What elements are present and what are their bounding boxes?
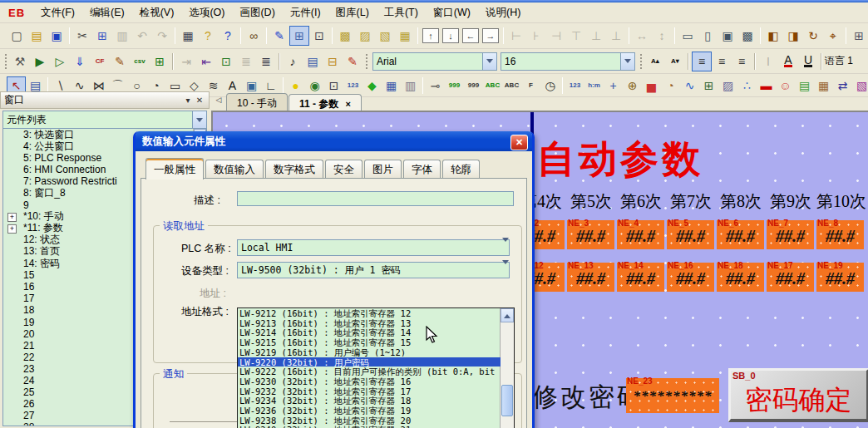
dialog-close-button[interactable]: ✕ (510, 135, 528, 150)
list-item[interactable]: LW-9212 (16bit) : 地址索引寄存器 12 (238, 308, 501, 318)
font-family-combo[interactable]: Arial (372, 52, 497, 71)
font-size-dropdown-button[interactable] (620, 53, 634, 70)
list-item[interactable]: LW-9240 (32bit) : 地址索引寄存器 21 (238, 425, 501, 428)
password-input-element[interactable]: NE_23 ********** (626, 378, 719, 413)
list-item[interactable]: LW-9220 (32bit) : 用户密码 (238, 357, 501, 367)
dialog-tab-1[interactable]: 一般属性 (145, 158, 204, 180)
text-align-center-icon[interactable]: ≡ (712, 52, 732, 71)
nudge-up-icon[interactable]: ↑ (422, 28, 439, 43)
new-file-icon[interactable]: ▢ (7, 26, 27, 46)
send-backward-icon[interactable]: ▦ (395, 26, 415, 46)
bring-to-front-icon[interactable]: ▩ (335, 26, 355, 46)
window-settings-icon[interactable]: ▤ (303, 52, 323, 71)
open-file-icon[interactable]: ▤ (27, 26, 47, 46)
print-icon[interactable]: ▦ (178, 26, 198, 46)
description-input[interactable] (237, 191, 514, 206)
compile-icon[interactable]: ⚒ (10, 52, 30, 71)
list-item[interactable]: LW-9213 (16bit) : 地址索引寄存器 13 (238, 318, 501, 328)
list-item[interactable]: LW-9238 (32bit) : 地址索引寄存器 20 (238, 416, 501, 426)
resize-both-icon[interactable]: ▣ (718, 26, 737, 46)
cut-icon[interactable]: ✂ (72, 26, 92, 46)
panel-close-button[interactable]: ✕ (194, 96, 205, 105)
expand-icon[interactable]: + (7, 224, 17, 234)
underline-icon[interactable]: U (798, 52, 818, 71)
language-combo[interactable]: 语言 1 (825, 54, 853, 68)
list-item[interactable]: LW-9232 (32bit) : 地址索引寄存器 17 (238, 386, 501, 396)
panel-menu-button[interactable]: ▾ (182, 96, 194, 105)
dialog-title-bar[interactable]: 数值输入元件属性 (136, 131, 532, 151)
list-scrollbar[interactable] (500, 308, 514, 428)
menu-item-help[interactable]: 说明(H) (478, 4, 528, 21)
list-item[interactable]: LW-9222 (16bit) : 目前用户可操作的类别 (bit 0:A, b… (238, 367, 501, 376)
menu-item-edit[interactable]: 编辑(E) (82, 4, 132, 21)
numeric-element[interactable]: NE_19##.# (816, 263, 864, 292)
document-tab-2[interactable]: 11 - 参数× (289, 94, 362, 111)
download-icon[interactable]: ⇓ (70, 52, 90, 71)
macro-icon[interactable]: ✎ (343, 52, 362, 71)
import-library-icon[interactable]: ⇤ (196, 52, 216, 71)
pen-icon[interactable]: ✎ (269, 26, 289, 46)
numeric-element[interactable]: NE_7##.# (767, 220, 814, 249)
menu-item-window[interactable]: 窗口(W) (426, 4, 478, 21)
font-size-combo[interactable]: 16 (501, 52, 635, 71)
numeric-element[interactable]: NE_14##.# (617, 263, 664, 292)
menu-item-view[interactable]: 检视(V) (132, 4, 182, 21)
copy-icon[interactable]: ⊞ (92, 26, 112, 46)
csv-export-icon[interactable]: csv (130, 52, 150, 71)
password-confirm-button[interactable]: SB_0 密码确定 (728, 368, 868, 422)
cf-card-icon[interactable]: CF (90, 52, 110, 71)
save-file-icon[interactable]: ▣ (47, 26, 67, 46)
online-simulation-icon[interactable]: ▶ (30, 52, 50, 71)
menu-item-tools[interactable]: 工具(T) (377, 4, 426, 21)
menu-item-file[interactable]: 文件(F) (33, 4, 82, 21)
menu-item-option[interactable]: 选项(O) (181, 4, 232, 21)
list-scrollbar-up-button[interactable] (501, 308, 514, 322)
plc-name-dropdown-button[interactable] (502, 242, 509, 253)
numeric-element[interactable]: NE_3##.# (567, 220, 614, 249)
element-list-dropdown-button[interactable] (192, 111, 206, 128)
numeric-element[interactable]: NE_5##.# (667, 220, 714, 249)
list-item[interactable]: LW-9236 (32bit) : 地址索引寄存器 19 (238, 406, 501, 416)
menu-item-library[interactable]: 图库(L) (328, 4, 377, 21)
nudge-down-icon[interactable]: ↓ (442, 28, 459, 43)
numeric-element[interactable]: NE_17##.# (767, 263, 814, 292)
text-align-right-icon[interactable]: ≡ (732, 52, 752, 71)
nudge-left-icon[interactable]: ← (462, 28, 479, 43)
find-icon[interactable]: ∞ (244, 26, 264, 46)
numeric-element[interactable]: NE_18##.# (717, 263, 764, 292)
window-copy-icon[interactable]: ⊡ (216, 52, 236, 71)
tab-scroll-left-button[interactable]: ◁ (213, 96, 224, 109)
address-tags-icon[interactable]: ⊟ (323, 52, 343, 71)
data-table-icon[interactable]: ⊞ (150, 52, 170, 71)
flip-horizontal-icon[interactable]: ◧ (763, 26, 783, 46)
numeric-element[interactable]: NE_4##.# (617, 220, 664, 249)
snap-to-grid-icon[interactable]: ⊡ (309, 26, 329, 46)
numeric-element[interactable]: NE_16##.# (667, 263, 714, 292)
bring-forward-icon[interactable]: ▧ (375, 26, 395, 46)
list-item[interactable]: LW-9214 (16bit) : 地址索引寄存器 14 (238, 327, 501, 337)
device-type-combo[interactable]: LW-9500 (32bit) : 用户 1 密码 (237, 262, 510, 278)
font-family-dropdown-button[interactable] (482, 53, 496, 70)
rotate-icon[interactable]: ↻ (803, 26, 823, 46)
flip-vertical-icon[interactable]: ◨ (783, 26, 803, 46)
sound-icon[interactable]: ♪ (283, 52, 303, 71)
menu-item-objects[interactable]: 元件(I) (283, 4, 328, 21)
tab-close-icon[interactable]: × (345, 99, 350, 109)
grid-icon[interactable]: ⊞ (289, 26, 309, 46)
numeric-element[interactable]: NE_6##.# (717, 220, 764, 249)
help-icon[interactable]: ? (198, 26, 218, 46)
resize-height-icon[interactable]: ▯ (698, 26, 718, 46)
list-scrollbar-thumb[interactable] (501, 385, 513, 416)
context-help-icon[interactable]: ? (218, 26, 238, 46)
element-list-combo[interactable]: 元件列表 (2, 111, 207, 129)
list-item[interactable]: LW-9219 (16bit) : 用户编号 (1~12) (238, 347, 501, 357)
font-larger-icon[interactable]: A▴ (645, 52, 665, 71)
send-to-back-icon[interactable]: ▨ (355, 26, 375, 46)
numeric-element[interactable]: NE_13##.# (567, 263, 614, 292)
list-item[interactable]: LW-9215 (16bit) : 地址索引寄存器 15 (238, 337, 501, 347)
numeric-element[interactable]: NE_8##.# (816, 220, 864, 249)
offline-simulation-icon[interactable]: ▷ (50, 52, 70, 71)
resize-width-icon[interactable]: ▭ (678, 26, 698, 46)
group-icon[interactable]: ⊞ (849, 26, 868, 46)
list-item[interactable]: LW-9230 (32bit) : 地址索引寄存器 16 (238, 376, 501, 386)
